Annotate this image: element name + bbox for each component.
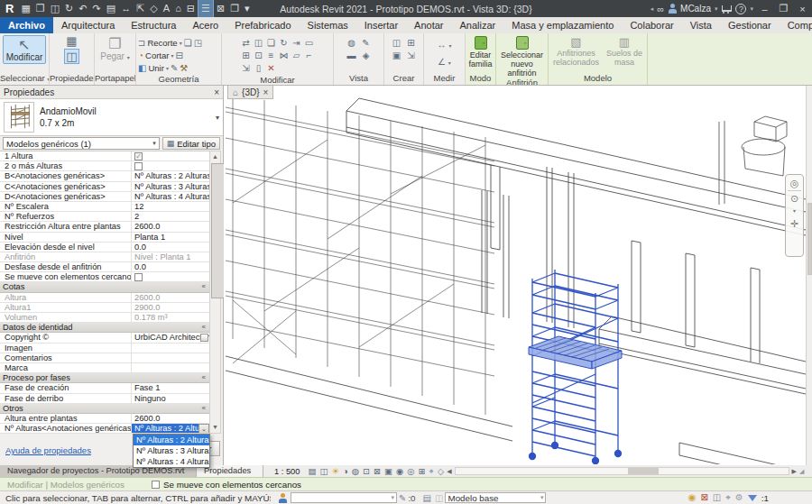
property-value[interactable] bbox=[132, 353, 209, 362]
ribbon-tab-masa-y-emplazamiento[interactable]: Masa y emplazamiento bbox=[503, 17, 622, 33]
section-collapse-icon[interactable]: « bbox=[202, 323, 209, 332]
close-properties-icon[interactable]: × bbox=[214, 87, 219, 97]
measure-tool-icon[interactable]: ↔ ▾ bbox=[438, 39, 452, 52]
alturas-combo-chevron[interactable]: ⌄ bbox=[198, 424, 209, 433]
section-collapse-icon[interactable]: « bbox=[202, 404, 209, 413]
ribbon-tab-prefabricado[interactable]: Prefabricado bbox=[226, 17, 299, 33]
checkbox-unchecked[interactable] bbox=[134, 273, 143, 281]
ribbon-tab-complementos[interactable]: Complementos bbox=[780, 17, 812, 33]
property-value[interactable]: 2600.0 bbox=[132, 222, 209, 231]
navigation-bar[interactable]: ◎ ⊙ ▾ ✛ bbox=[785, 174, 804, 257]
section-collapse-icon[interactable]: « bbox=[202, 373, 209, 382]
angle-tool-icon[interactable]: ∠ ▾ bbox=[438, 56, 451, 69]
property-value[interactable]: 12 bbox=[132, 202, 209, 211]
hscroll-thumb[interactable] bbox=[628, 468, 659, 474]
paint-icon[interactable]: ✎ bbox=[171, 63, 178, 73]
redo-icon[interactable]: ↷ bbox=[90, 0, 104, 17]
section-icon[interactable]: ⊟ bbox=[184, 0, 198, 17]
moves-with-nearby-option[interactable]: Se mueve con elementos cercanos bbox=[152, 480, 301, 490]
save-icon[interactable]: ◫ bbox=[48, 0, 62, 17]
type-selector[interactable]: AndamioMovil 0.7 x 2m ▾ bbox=[0, 99, 223, 136]
dropdown-option[interactable]: Nº Alturas : 2 Alturas bbox=[134, 435, 209, 445]
hammer-icon[interactable]: ⚒ bbox=[180, 63, 188, 73]
demolish-icon[interactable]: ⊟ bbox=[175, 50, 182, 60]
selection-filter-count[interactable]: :1 bbox=[761, 493, 769, 503]
create-tool-icon-3[interactable]: ⇲ bbox=[404, 50, 419, 62]
modify-tool-icon-3[interactable]: ↻ bbox=[278, 37, 291, 50]
property-section-25[interactable]: Otros« bbox=[0, 404, 209, 414]
hscroll-right-icon[interactable]: ▶ bbox=[792, 468, 797, 475]
worksets-combo[interactable]: ▾ bbox=[291, 492, 397, 503]
property-section-17[interactable]: Datos de identidad« bbox=[0, 323, 209, 333]
view-tab-3d[interactable]: ⌂ {3D} × bbox=[227, 86, 273, 99]
modify-tool-icon-1[interactable]: ◫ bbox=[253, 37, 265, 50]
ribbon-tab-gestionar[interactable]: Gestionar bbox=[720, 17, 780, 33]
create-tool-icon-0[interactable]: ◫ bbox=[390, 37, 404, 50]
view-scale[interactable]: 1 : 500 bbox=[269, 467, 305, 476]
view-tool-icon-0[interactable]: ◍ bbox=[345, 37, 359, 50]
steering-wheel-icon[interactable]: ◎ bbox=[790, 178, 799, 188]
exclude-options-icon[interactable]: ◫ bbox=[713, 492, 721, 503]
create-tool-icon-1[interactable]: ⊞ bbox=[404, 37, 419, 50]
property-value[interactable]: ✓ bbox=[132, 151, 209, 160]
ribbon-tab-arquitectura[interactable]: Arquitectura bbox=[53, 17, 123, 33]
alturas-combo-value[interactable]: Nº Alturas : 2 Alturas bbox=[132, 424, 198, 433]
modify-tool-icon-11[interactable]: ⌐ bbox=[303, 50, 316, 62]
property-value[interactable] bbox=[132, 272, 209, 281]
infocenter-collapse-icon[interactable]: ◂ bbox=[651, 5, 654, 13]
sync-with-central-icon[interactable]: ↻ bbox=[62, 0, 76, 17]
cut-button[interactable]: ◔Cortar▾⊟ bbox=[138, 50, 219, 61]
maximize-button[interactable]: ❐ bbox=[776, 3, 791, 14]
edit-family-icon[interactable] bbox=[475, 36, 487, 50]
default-3d-view-icon[interactable]: ⌂ bbox=[172, 0, 184, 17]
property-value[interactable]: Fase 1 bbox=[132, 383, 209, 392]
property-section-22[interactable]: Proceso por fases« bbox=[0, 373, 209, 383]
scroll-down-icon[interactable]: ▼ bbox=[210, 422, 220, 433]
modify-tool-icon-4[interactable]: ⇥ bbox=[291, 37, 303, 50]
sun-path-icon[interactable]: ☀ bbox=[331, 465, 339, 477]
property-value[interactable] bbox=[132, 161, 209, 170]
property-value[interactable]: Nº Alturas : 2 Alturas bbox=[132, 171, 209, 180]
modify-button[interactable]: ↖ Modificar bbox=[3, 35, 47, 64]
view-tool-icon-2[interactable]: ▬ bbox=[345, 50, 359, 62]
edit-type-button[interactable]: ▦ Editar tipo bbox=[162, 137, 220, 150]
press-drag-icon[interactable]: ⌖ bbox=[725, 492, 731, 503]
help-menu-chevron[interactable]: ▾ bbox=[750, 5, 753, 13]
property-value[interactable]: Nº Alturas : 2 Alturas⌄ bbox=[132, 424, 209, 433]
aligned-dimension-icon[interactable]: ⇱ bbox=[134, 0, 147, 17]
ribbon-tab-sistemas[interactable]: Sistemas bbox=[300, 17, 356, 33]
design-options-combo[interactable]: Modelo base▾ bbox=[445, 492, 546, 503]
close-button[interactable]: × bbox=[795, 4, 810, 14]
drawing-area[interactable]: ⌂ {3D} × bbox=[224, 86, 806, 465]
pick-new-host-button[interactable]: Seleccionarnuevo anfitrión bbox=[498, 50, 546, 78]
vscroll-thumb[interactable] bbox=[807, 203, 812, 275]
zoom-icon[interactable]: ⊙ bbox=[790, 193, 798, 204]
hscroll-left-icon[interactable]: ◀ bbox=[447, 468, 451, 475]
crop-view-icon[interactable]: ⊡ bbox=[363, 465, 370, 477]
ribbon-tab-vista[interactable]: Vista bbox=[682, 17, 720, 33]
tag-icon[interactable]: ◇ bbox=[147, 0, 160, 17]
ribbon-tab-acero[interactable]: Acero bbox=[184, 17, 226, 33]
constraints-icon[interactable]: ◇ bbox=[438, 465, 444, 477]
edit-family-button[interactable]: Editarfamilia bbox=[468, 50, 492, 69]
modify-tool-icon-5[interactable]: ▭ bbox=[303, 37, 316, 50]
qat-customize-icon[interactable]: ▾ bbox=[242, 0, 253, 17]
ribbon-tab-analizar[interactable]: Analizar bbox=[452, 17, 504, 33]
temporary-hide-icon[interactable]: ▣ bbox=[384, 465, 392, 477]
open-icon[interactable]: ❒ bbox=[33, 0, 48, 17]
element-filter-combo[interactable]: Modelos genéricos (1)▾ bbox=[3, 137, 160, 150]
panel-label-seleccionar[interactable]: Seleccionar ▾ bbox=[0, 73, 49, 85]
ribbon-tab-estructura[interactable]: Estructura bbox=[123, 17, 184, 33]
property-value[interactable]: Ninguno bbox=[132, 394, 209, 403]
rendering-icon[interactable]: ◍ bbox=[352, 465, 359, 477]
design-options-icon[interactable]: ▤ bbox=[423, 493, 431, 503]
canvas-horizontal-scrollbar[interactable] bbox=[455, 467, 789, 475]
editing-requests-icon[interactable]: ✎ bbox=[399, 493, 406, 503]
modify-tool-icon-7[interactable]: ⊡ bbox=[253, 50, 265, 62]
join-button[interactable]: ◧Unir▾✎⚒ bbox=[138, 62, 219, 74]
link-icon[interactable]: ◳ bbox=[194, 38, 202, 48]
measure-icon[interactable]: ↔ bbox=[118, 0, 134, 17]
scroll-up-icon[interactable]: ▲ bbox=[210, 151, 220, 162]
worksharing-display-icon[interactable]: ◎ bbox=[407, 465, 414, 477]
ribbon-tab-archivo[interactable]: Archivo bbox=[0, 17, 53, 33]
